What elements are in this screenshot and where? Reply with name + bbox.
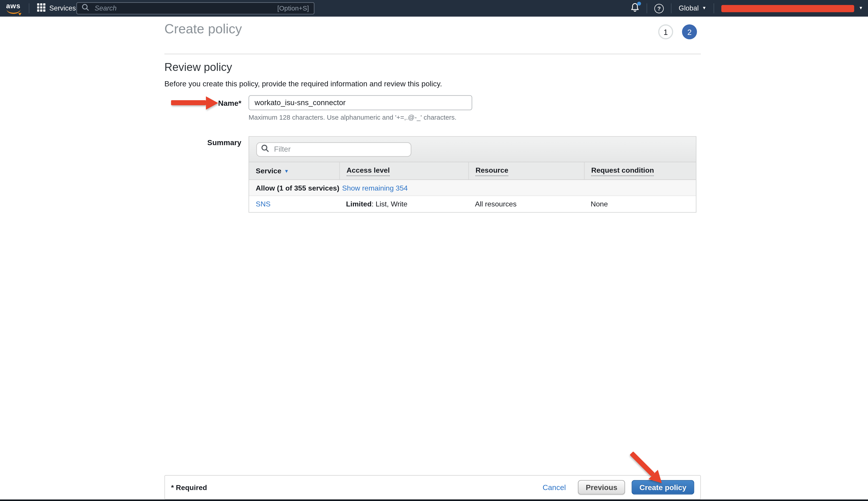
summary-filter-band: [249, 137, 696, 162]
nav-separator: [647, 3, 647, 13]
aws-smile-icon: [7, 9, 20, 14]
access-level-cell: Limited: List, Write: [339, 196, 468, 212]
nav-separator: [671, 3, 671, 13]
notifications-button[interactable]: [631, 2, 640, 14]
account-menu[interactable]: ▼: [721, 5, 863, 12]
table-group-row: Allow (1 of 355 services) Show remaining…: [249, 180, 696, 196]
show-remaining-link[interactable]: Show remaining 354: [342, 184, 408, 192]
column-header-resource[interactable]: Resource: [468, 162, 584, 179]
notification-dot: [637, 1, 641, 5]
summary-panel: Service ▾ Access level Resource Request …: [249, 136, 696, 213]
global-search-box[interactable]: [Option+S]: [76, 2, 315, 14]
summary-table-header: Service ▾ Access level Resource Request …: [249, 162, 696, 180]
account-name-redacted: [721, 5, 854, 12]
access-level-detail: : List, Write: [372, 200, 408, 208]
column-header-request-condition[interactable]: Request condition: [584, 162, 696, 179]
title-divider: [164, 54, 701, 54]
summary-filter-box[interactable]: [256, 142, 411, 156]
request-condition-cell: None: [584, 196, 696, 212]
column-header-service[interactable]: Service ▾: [249, 162, 339, 179]
sort-caret-icon: ▾: [285, 168, 288, 173]
wizard-footer-bar: * Required Cancel Previous Create policy: [164, 475, 701, 499]
region-label: Global: [679, 4, 698, 12]
step-1-indicator[interactable]: 1: [658, 24, 673, 39]
column-header-label: Resource: [476, 166, 509, 176]
services-grid-icon: [37, 3, 45, 14]
aws-logo[interactable]: aws: [6, 3, 21, 14]
chevron-down-icon: ▼: [702, 6, 707, 11]
arrow-tail: [630, 451, 655, 476]
previous-button[interactable]: Previous: [578, 480, 625, 494]
section-heading: Review policy: [164, 61, 232, 74]
policy-name-input[interactable]: [249, 95, 472, 110]
resource-cell: All resources: [468, 196, 584, 212]
column-header-label: Request condition: [591, 166, 654, 176]
page-title: Create policy: [164, 21, 242, 36]
filter-input[interactable]: [273, 145, 406, 154]
chevron-down-icon: ▼: [859, 6, 863, 11]
create-policy-button[interactable]: Create policy: [632, 480, 694, 494]
top-navigation-bar: aws Services: [0, 0, 868, 17]
summary-section-label: Summary: [164, 138, 241, 147]
nav-separator: [714, 3, 714, 13]
step-1-number: 1: [663, 28, 668, 36]
name-field-help-text: Maximum 128 characters. Use alphanumeric…: [249, 114, 457, 121]
nav-right-group: ? Global ▼ ▼: [631, 0, 863, 17]
access-level-prefix: Limited: [346, 200, 371, 208]
column-header-label: Service: [256, 167, 282, 175]
help-button[interactable]: ?: [654, 3, 664, 13]
step-2-indicator[interactable]: 2: [682, 24, 697, 39]
nav-left-group: aws Services: [0, 0, 76, 17]
search-input[interactable]: [94, 4, 277, 13]
nav-separator: [29, 3, 29, 13]
table-row: SNS Limited: List, Write All resources N…: [249, 196, 696, 212]
required-note: * Required: [171, 483, 207, 491]
service-link[interactable]: SNS: [256, 200, 271, 208]
column-header-access-level[interactable]: Access level: [339, 162, 468, 179]
services-label: Services: [50, 4, 76, 12]
cancel-link[interactable]: Cancel: [543, 483, 566, 491]
annotation-arrow-name-field: [171, 96, 218, 109]
question-icon: ?: [658, 6, 661, 11]
aws-console-page: aws Services: [0, 0, 868, 501]
services-menu-button[interactable]: Services: [37, 3, 76, 14]
search-shortcut-hint: [Option+S]: [277, 4, 309, 12]
arrow-head-icon: [206, 96, 218, 109]
arrow-tail: [171, 100, 206, 105]
group-row-label: Allow (1 of 355 services): [256, 184, 339, 192]
footer-actions: Cancel Previous Create policy: [543, 480, 694, 494]
search-icon: [82, 3, 89, 13]
section-description: Before you create this policy, provide t…: [164, 80, 442, 88]
service-cell: SNS: [249, 196, 339, 212]
wizard-steps: 1 2: [658, 24, 697, 39]
region-selector[interactable]: Global ▼: [679, 4, 706, 12]
window-bottom-edge: [0, 499, 868, 501]
search-icon: [261, 144, 269, 154]
column-header-label: Access level: [347, 166, 390, 176]
aws-logo-text: aws: [6, 3, 21, 9]
step-2-number: 2: [687, 28, 692, 36]
